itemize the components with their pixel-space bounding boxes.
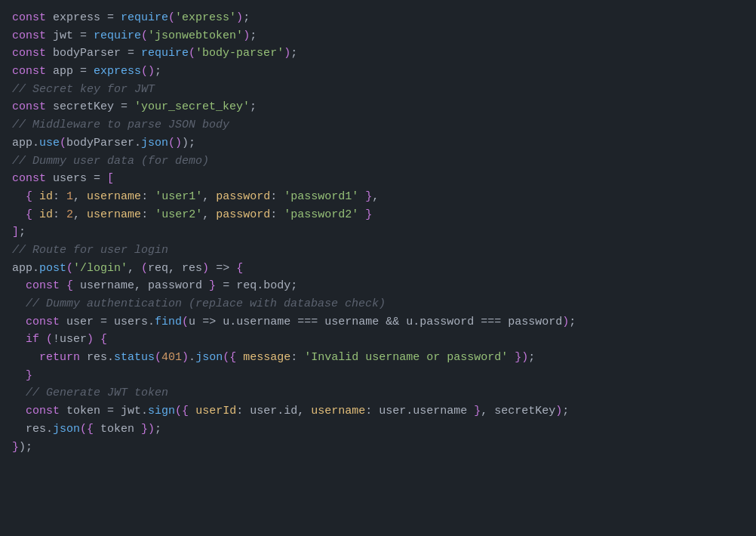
- code-line-25: });: [12, 439, 744, 457]
- token: const: [12, 63, 46, 81]
- token: return: [39, 349, 80, 367]
- code-line-1: const express = require('express');: [12, 9, 744, 27]
- token: const: [26, 277, 60, 295]
- code-line-12: { id: 2, username: 'user2', password: 'p…: [12, 206, 744, 224]
- code-line-13: ];: [12, 223, 744, 242]
- token: json: [53, 420, 80, 439]
- code-line-18: const user = users.find(u => u.username …: [12, 313, 744, 331]
- token: const: [26, 313, 60, 331]
- code-line-6: const secretKey = 'your_secret_key';: [12, 98, 744, 116]
- code-line-19: if (!user) {: [12, 331, 744, 349]
- token: // Generate JWT token: [26, 384, 168, 402]
- token: use: [39, 134, 60, 152]
- code-line-4: const app = express();: [12, 63, 744, 81]
- code-line-20: return res.status(401).json({ message: '…: [12, 349, 744, 367]
- token: // Secret key for JWT: [12, 81, 155, 99]
- code-line-5: // Secret key for JWT: [12, 81, 744, 99]
- code-line-8: app.use(bodyParser.json());: [12, 134, 744, 152]
- token: sign: [148, 402, 175, 420]
- token: const: [12, 27, 46, 45]
- token: const: [12, 98, 46, 116]
- code-line-7: // Middleware to parse JSON body: [12, 116, 744, 134]
- token: // Dummy user data (for demo): [12, 152, 209, 171]
- token: // Middleware to parse JSON body: [12, 116, 229, 134]
- token: json: [195, 349, 223, 367]
- code-line-2: const jwt = require('jsonwebtoken');: [12, 27, 744, 45]
- code-line-11: { id: 1, username: 'user1', password: 'p…: [12, 188, 744, 206]
- code-line-17: // Dummy authentication (replace with da…: [12, 295, 744, 313]
- token: const: [12, 45, 46, 63]
- token: // Route for user login: [12, 242, 168, 260]
- code-line-14: // Route for user login: [12, 242, 744, 260]
- code-line-24: res.json({ token });: [12, 420, 744, 439]
- token: require: [94, 27, 141, 45]
- code-editor: const express = require('express'); cons…: [0, 0, 756, 536]
- token: status: [114, 349, 155, 367]
- code-line-16: const { username, password } = req.body;: [12, 277, 744, 295]
- token: require: [141, 45, 189, 63]
- token: const: [12, 9, 46, 27]
- code-line-3: const bodyParser = require('body-parser'…: [12, 45, 744, 63]
- token: express: [94, 63, 141, 81]
- token: json: [141, 134, 168, 152]
- token: post: [39, 260, 66, 278]
- token: const: [12, 170, 46, 188]
- code-line-15: app.post('/login', (req, res) => {: [12, 260, 744, 278]
- code-line-10: const users = [: [12, 170, 744, 188]
- code-line-22: // Generate JWT token: [12, 384, 744, 402]
- token: if: [26, 331, 39, 349]
- code-line-23: const token = jwt.sign({ userId: user.id…: [12, 402, 744, 420]
- code-line-9: // Dummy user data (for demo): [12, 152, 744, 171]
- token: // Dummy authentication (replace with da…: [26, 295, 386, 313]
- token: require: [121, 9, 168, 27]
- code-line-21: }: [12, 367, 744, 385]
- token: const: [26, 402, 60, 420]
- token: find: [155, 313, 182, 331]
